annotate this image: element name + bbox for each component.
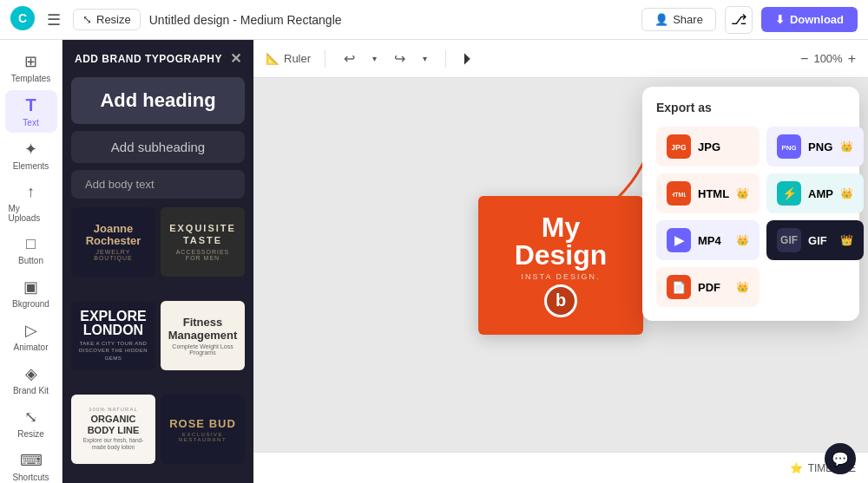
resize-icon: ⤡ bbox=[82, 13, 92, 26]
sidebar-item-label: Bkground bbox=[12, 299, 49, 309]
toolbar-separator bbox=[325, 50, 326, 68]
download-label: Download bbox=[790, 13, 844, 26]
jpg-icon: JPG bbox=[667, 134, 691, 159]
download-button[interactable]: ⬇ Download bbox=[761, 7, 858, 32]
gif-crown: 👑 bbox=[840, 234, 853, 246]
design-title: MyDesign bbox=[515, 213, 608, 269]
left-panel: ADD BRAND TYPOGRAPHY ✕ Add heading Add s… bbox=[62, 40, 253, 483]
redo-dropdown-button[interactable]: ▾ bbox=[418, 51, 431, 66]
resize-button[interactable]: ⤡ Resize bbox=[73, 9, 141, 30]
pdf-label: PDF bbox=[698, 281, 729, 294]
export-gif-button[interactable]: GIF GIF 👑 bbox=[766, 220, 864, 260]
elements-icon: ✦ bbox=[24, 140, 37, 159]
share-icon: 👤 bbox=[654, 13, 668, 26]
bottom-bar: ⭐ TIMELINE bbox=[253, 452, 868, 483]
sidebar-item-label: Elements bbox=[13, 161, 49, 171]
background-icon: ▣ bbox=[23, 277, 38, 297]
redo-button[interactable]: ↪ bbox=[390, 48, 410, 69]
animator-icon: ▷ bbox=[25, 321, 37, 340]
panel-header: ADD BRAND TYPOGRAPHY ✕ bbox=[62, 40, 253, 77]
template-subtitle: Complete Weight Loss Programs bbox=[168, 343, 238, 356]
add-heading-option[interactable]: Add heading bbox=[71, 77, 245, 124]
template-tag: 100% NATURAL bbox=[78, 407, 148, 412]
ruler-label: Ruler bbox=[284, 52, 311, 65]
body-label: Add body text bbox=[85, 178, 155, 191]
add-subheading-option[interactable]: Add subheading bbox=[71, 131, 245, 163]
template-card-organic[interactable]: 100% NATURAL ORGANICBODY LINE Explore ou… bbox=[71, 395, 155, 464]
pdf-icon: 📄 bbox=[667, 275, 691, 299]
share-label: Share bbox=[673, 13, 703, 26]
more-options-button[interactable]: ⎇ bbox=[725, 6, 753, 34]
button-icon: □ bbox=[26, 235, 36, 253]
html-icon: HTML bbox=[667, 181, 691, 206]
html-label: HTML bbox=[698, 187, 729, 200]
panel-close-button[interactable]: ✕ bbox=[230, 50, 242, 67]
template-card-explore[interactable]: EXPLORELONDON TAKE A CITY TOUR AND DISCO… bbox=[71, 301, 155, 370]
undo-button[interactable]: ↩ bbox=[339, 48, 359, 69]
add-body-option[interactable]: Add body text bbox=[71, 170, 245, 199]
export-panel-title: Export as bbox=[656, 101, 845, 114]
zoom-in-button[interactable]: + bbox=[848, 51, 856, 67]
png-label: PNG bbox=[808, 140, 833, 153]
chat-button[interactable]: 💬 bbox=[825, 443, 856, 474]
resize-sidebar-icon: ⤡ bbox=[24, 408, 37, 427]
sidebar-item-shortcuts[interactable]: ⌨ Shortcuts bbox=[5, 446, 57, 483]
template-card-fitness[interactable]: Fitness Management Complete Weight Loss … bbox=[161, 301, 245, 370]
template-card-rosebud[interactable]: ROSE BUD EXCLUSIVE RESTAURANT bbox=[161, 395, 245, 464]
resize-label: Resize bbox=[96, 13, 131, 26]
svg-text:JPG: JPG bbox=[672, 143, 686, 152]
sidebar-item-templates[interactable]: ⊞ Templates bbox=[5, 47, 57, 88]
gif-label: GIF bbox=[808, 234, 833, 247]
jpg-label: JPG bbox=[698, 140, 749, 153]
zoom-area: − 100% + bbox=[800, 51, 856, 67]
export-amp-button[interactable]: ⚡ AMP 👑 bbox=[766, 173, 864, 213]
canvas-area: 📐 Ruler ↩ ▾ ↪ ▾ ⏵ − 100% + MyDesign Inst… bbox=[253, 40, 868, 483]
topbar: C ☰ ⤡ Resize Untitled design - Medium Re… bbox=[0, 0, 868, 40]
amp-label: AMP bbox=[808, 187, 833, 200]
export-jpg-button[interactable]: JPG JPG bbox=[656, 127, 760, 166]
sidebar-item-label: Templates bbox=[11, 74, 51, 83]
ruler-button[interactable]: 📐 Ruler bbox=[266, 52, 311, 65]
export-panel: Export as JPG JPG PNG PNG 👑 bbox=[642, 87, 859, 321]
zoom-out-button[interactable]: − bbox=[800, 51, 808, 67]
play-button[interactable]: ⏵ bbox=[460, 49, 476, 68]
sidebar-item-label: Animator bbox=[13, 343, 48, 352]
sidebar-item-text[interactable]: T Text bbox=[5, 90, 57, 133]
export-pdf-button[interactable]: 📄 PDF 👑 bbox=[656, 267, 760, 307]
undo-dropdown-button[interactable]: ▾ bbox=[368, 51, 381, 66]
sidebar-item-background[interactable]: ▣ Bkground bbox=[5, 272, 57, 314]
amp-crown: 👑 bbox=[840, 187, 853, 199]
template-card-joanne[interactable]: Joanne Rochester JEWELRY BOUTIQUE bbox=[71, 207, 155, 277]
sidebar-item-resize[interactable]: ⤡ Resize bbox=[5, 402, 57, 444]
star-icon: ⭐ bbox=[790, 462, 803, 474]
sidebar-item-animator[interactable]: ▷ Animator bbox=[5, 316, 57, 357]
template-title: ROSE BUD bbox=[168, 417, 238, 430]
design-logo: b bbox=[544, 284, 577, 317]
template-subtitle: ACCESSORIES FOR MEN bbox=[168, 249, 238, 261]
design-subtitle: Insta Design. bbox=[522, 272, 601, 281]
export-html-button[interactable]: HTML HTML 👑 bbox=[656, 173, 760, 213]
template-title: EXQUISITETASTE bbox=[168, 223, 238, 245]
sidebar-item-elements[interactable]: ✦ Elements bbox=[5, 134, 57, 176]
template-card-exquisite[interactable]: EXQUISITETASTE ACCESSORIES FOR MEN bbox=[161, 207, 245, 277]
shortcuts-icon: ⌨ bbox=[20, 451, 43, 470]
pdf-crown: 👑 bbox=[736, 281, 749, 293]
panel-title: ADD BRAND TYPOGRAPHY bbox=[75, 53, 222, 65]
sidebar-item-button[interactable]: □ Button bbox=[5, 230, 57, 271]
menu-icon[interactable]: ☰ bbox=[43, 7, 64, 33]
template-subtitle: EXCLUSIVE RESTAURANT bbox=[168, 432, 238, 442]
sidebar-item-brandkit[interactable]: ◈ Brand Kit bbox=[5, 359, 57, 401]
svg-text:C: C bbox=[18, 10, 27, 24]
sidebar-item-uploads[interactable]: ↑ My Uploads bbox=[5, 178, 57, 228]
share-button[interactable]: 👤 Share bbox=[641, 8, 716, 31]
zoom-level: 100% bbox=[813, 52, 842, 65]
sidebar-item-label: My Uploads bbox=[9, 204, 54, 223]
export-mp4-button[interactable]: ▶ MP4 👑 bbox=[656, 220, 760, 260]
sidebar-item-label: Button bbox=[18, 256, 43, 265]
template-desc: TAKE A CITY TOUR AND DISCOVER THE HIDDEN… bbox=[78, 340, 148, 362]
mp4-crown: 👑 bbox=[736, 234, 749, 246]
template-title: Fitness Management bbox=[168, 316, 238, 342]
document-title: Untitled design - Medium Rectangle bbox=[149, 13, 633, 27]
html-crown: 👑 bbox=[736, 187, 749, 199]
export-png-button[interactable]: PNG PNG 👑 bbox=[766, 127, 864, 166]
